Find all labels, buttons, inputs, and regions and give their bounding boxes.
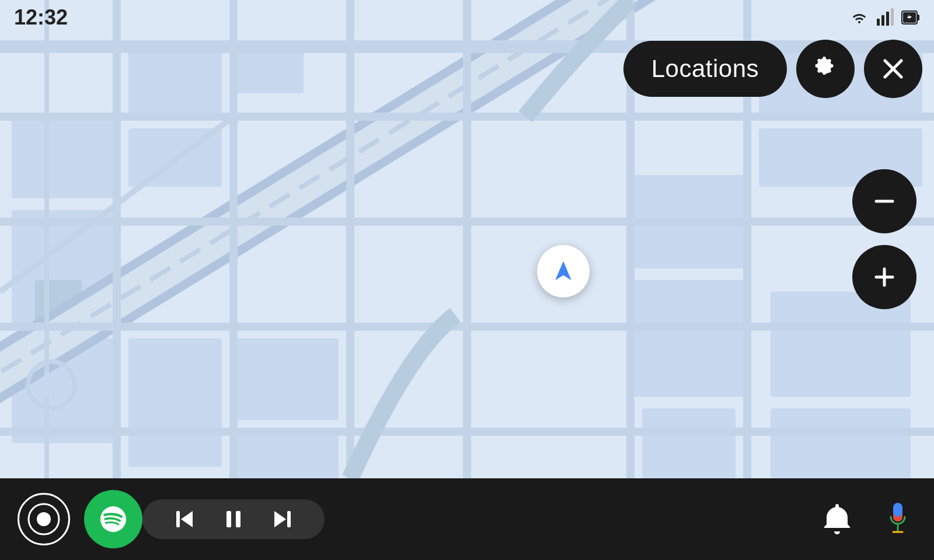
close-icon	[880, 56, 906, 82]
zoom-controls	[852, 169, 916, 309]
svg-rect-52	[176, 511, 180, 527]
status-icons	[850, 8, 920, 27]
home-circle-icon	[27, 503, 60, 536]
location-marker	[537, 245, 590, 298]
svg-marker-48	[554, 260, 573, 282]
svg-marker-51	[181, 511, 193, 527]
spotify-button[interactable]	[84, 490, 142, 548]
microphone-icon	[879, 501, 916, 538]
pause-icon	[221, 506, 246, 532]
svg-rect-13	[642, 408, 736, 478]
locations-button[interactable]: Locations	[623, 41, 787, 97]
zoom-out-button[interactable]	[852, 169, 916, 233]
next-icon	[270, 506, 295, 532]
right-controls	[818, 501, 916, 538]
pause-button[interactable]	[221, 506, 246, 532]
svg-rect-38	[886, 12, 889, 26]
next-button[interactable]	[270, 506, 295, 532]
svg-rect-8	[234, 47, 304, 93]
settings-button[interactable]	[796, 40, 855, 98]
media-pill	[142, 499, 325, 539]
previous-icon	[172, 506, 197, 532]
wifi-icon	[850, 8, 869, 27]
svg-rect-12	[630, 280, 747, 397]
close-button[interactable]	[864, 40, 922, 98]
battery-icon	[901, 8, 920, 27]
svg-rect-17	[771, 408, 911, 478]
navigation-arrow	[548, 256, 578, 286]
gear-icon	[811, 54, 840, 83]
svg-rect-56	[287, 511, 291, 527]
microphone-button[interactable]	[879, 501, 916, 538]
spotify-icon	[96, 502, 131, 537]
svg-rect-39	[891, 8, 894, 26]
svg-rect-7	[128, 338, 222, 467]
top-controls: Locations	[623, 40, 922, 98]
zoom-in-button[interactable]	[852, 245, 916, 309]
signal-icon	[876, 8, 894, 27]
svg-rect-9	[234, 338, 339, 420]
clock: 12:32	[14, 5, 68, 30]
svg-point-35	[40, 373, 63, 397]
home-button[interactable]	[18, 493, 70, 545]
svg-rect-1	[12, 117, 117, 198]
svg-marker-55	[274, 511, 286, 527]
svg-rect-10	[234, 432, 339, 478]
svg-rect-54	[236, 511, 241, 527]
plus-icon	[872, 264, 897, 290]
map-area: 12:32 Locations	[0, 0, 934, 478]
previous-button[interactable]	[172, 506, 197, 532]
bottom-bar	[0, 478, 934, 560]
svg-rect-41	[917, 15, 919, 20]
svg-rect-53	[226, 511, 231, 527]
status-bar: 12:32	[0, 0, 934, 35]
notification-button[interactable]	[818, 501, 856, 538]
svg-rect-5	[128, 47, 222, 117]
notification-icon	[818, 501, 856, 538]
svg-point-50	[37, 512, 51, 526]
svg-rect-36	[877, 19, 880, 26]
minus-icon	[872, 188, 897, 214]
svg-rect-37	[881, 15, 884, 26]
